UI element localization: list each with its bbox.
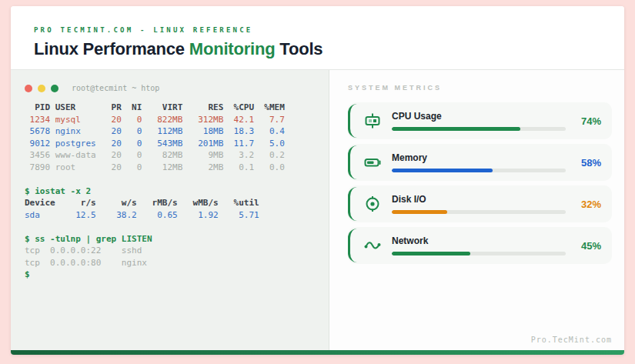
terminal-line: PID USER PR NI VIRT RES %CPU %MEM bbox=[25, 102, 329, 114]
terminal-line: tcp 0.0.0.0:22 sshd bbox=[25, 245, 329, 257]
disk-icon bbox=[363, 195, 382, 213]
metric-label: Memory bbox=[392, 152, 566, 163]
title-suffix: Tools bbox=[275, 39, 323, 58]
metric-progress-track bbox=[392, 210, 566, 214]
terminal-line: 5678 nginx 20 0 112MB 18MB 18.3 0.4 bbox=[25, 125, 329, 138]
metric-label: CPU Usage bbox=[392, 111, 566, 122]
metric-value: 74% bbox=[566, 115, 601, 127]
metric-card-disk-i-o: Disk I/O32% bbox=[348, 185, 612, 222]
terminal-line: 9012 postgres 20 0 543MB 201MB 11.7 5.0 bbox=[25, 138, 329, 150]
terminal-window-title: root@tecmint ~ htop bbox=[72, 84, 159, 92]
metric-content: CPU Usage bbox=[392, 111, 566, 131]
accent-bracket bbox=[348, 229, 357, 262]
metric-progress-track bbox=[392, 252, 566, 255]
metric-content: Network bbox=[392, 235, 566, 255]
metric-card-memory: Memory58% bbox=[348, 144, 612, 181]
terminal-panel: root@tecmint ~ htop PID USER PR NI VIRT … bbox=[11, 70, 329, 350]
card-header: PRO TECMINT.COM - LINUX REFERENCE Linux … bbox=[11, 6, 624, 69]
accent-bracket bbox=[348, 104, 357, 138]
metric-progress-fill bbox=[392, 210, 447, 214]
metric-label: Network bbox=[392, 235, 566, 246]
metric-progress-track bbox=[392, 169, 566, 172]
terminal-titlebar: root@tecmint ~ htop bbox=[25, 84, 329, 92]
title-highlight: Monitoring bbox=[189, 39, 276, 58]
accent-bracket bbox=[348, 145, 357, 179]
traffic-light-minimize-icon bbox=[38, 85, 45, 92]
terminal-line: 1234 mysql 20 0 822MB 312MB 42.1 7.7 bbox=[25, 114, 329, 126]
metric-value: 58% bbox=[566, 157, 601, 169]
terminal-line: $ iostat -x 2 bbox=[25, 185, 329, 198]
terminal-line: Device r/s w/s rMB/s wMB/s %util bbox=[25, 197, 329, 209]
terminal-line: 7890 root 20 0 12MB 2MB 0.1 0.0 bbox=[25, 162, 329, 174]
system-metrics-panel: SYSTEM METRICS CPU Usage74%Memory58%Disk… bbox=[329, 70, 624, 350]
metric-content: Memory bbox=[392, 152, 566, 172]
eyebrow-text: PRO TECMINT.COM - LINUX REFERENCE bbox=[34, 26, 624, 34]
title-prefix: Linux Performance bbox=[34, 39, 189, 58]
metric-label: Disk I/O bbox=[392, 194, 566, 205]
metric-value: 45% bbox=[566, 240, 601, 252]
page-title: Linux Performance Monitoring Tools bbox=[34, 39, 624, 59]
section-label: SYSTEM METRICS bbox=[348, 84, 612, 92]
terminal-line: $ ss -tulnp | grep LISTEN bbox=[25, 233, 329, 245]
metric-content: Disk I/O bbox=[392, 194, 566, 214]
terminal-line: 3456 www-data 20 0 82MB 9MB 3.2 0.2 bbox=[25, 149, 329, 162]
main-card: PRO TECMINT.COM - LINUX REFERENCE Linux … bbox=[11, 6, 624, 355]
metric-progress-fill bbox=[392, 127, 520, 131]
network-icon bbox=[363, 236, 382, 255]
terminal-line: sda 12.5 38.2 0.65 1.92 5.71 bbox=[25, 209, 329, 222]
terminal-line: $ bbox=[25, 269, 329, 281]
metric-card-network: Network45% bbox=[348, 227, 612, 264]
terminal-lines: PID USER PR NI VIRT RES %CPU %MEM 1234 m… bbox=[25, 102, 329, 281]
terminal-line bbox=[25, 221, 329, 233]
bottom-accent-bar bbox=[11, 350, 624, 355]
memory-icon bbox=[363, 153, 382, 172]
traffic-light-maximize-icon bbox=[51, 85, 58, 92]
metric-progress-track bbox=[392, 127, 566, 131]
terminal-line: tcp 0.0.0.0:80 nginx bbox=[25, 257, 329, 269]
metric-progress-fill bbox=[392, 169, 493, 172]
metrics-list: CPU Usage74%Memory58%Disk I/O32%Network4… bbox=[348, 102, 612, 264]
metric-value: 32% bbox=[566, 199, 601, 210]
metric-progress-fill bbox=[392, 252, 470, 255]
cpu-icon bbox=[363, 112, 382, 130]
traffic-light-close-icon bbox=[25, 85, 32, 92]
watermark-text: Pro.TecMint.com bbox=[531, 336, 612, 344]
accent-bracket bbox=[348, 187, 357, 221]
terminal-line bbox=[25, 173, 329, 185]
metric-card-cpu-usage: CPU Usage74% bbox=[348, 102, 612, 139]
page-background: PRO TECMINT.COM - LINUX REFERENCE Linux … bbox=[0, 0, 635, 364]
card-body: root@tecmint ~ htop PID USER PR NI VIRT … bbox=[11, 69, 624, 350]
